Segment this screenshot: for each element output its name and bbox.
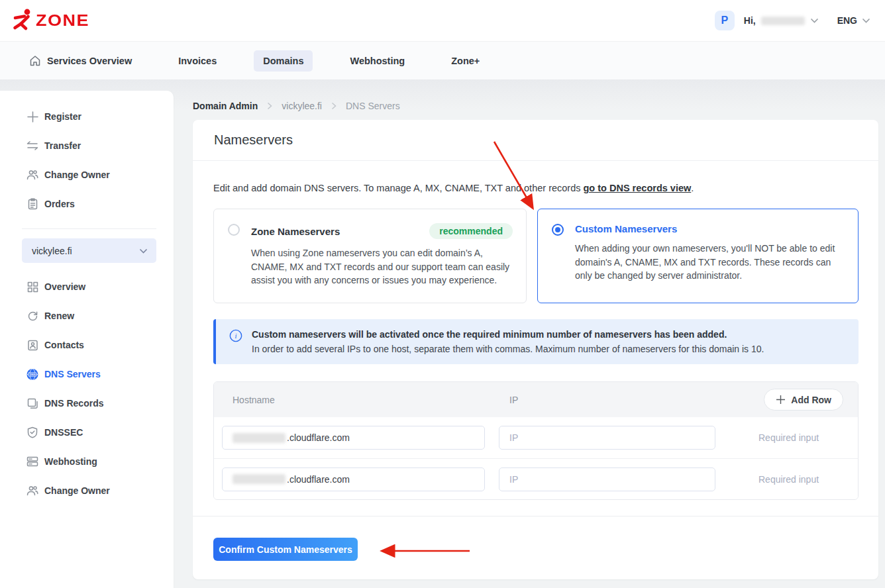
logo-wordmark: zone <box>36 13 89 29</box>
nav-services-overview[interactable]: Services Overview <box>20 50 141 72</box>
copy-icon <box>26 397 38 409</box>
chevron-down-icon <box>139 248 148 254</box>
server-icon <box>26 456 38 467</box>
option-description: When using Zone nameservers you can edit… <box>251 246 513 287</box>
dns-globe-icon: DNS <box>26 368 38 380</box>
sidebar-item-dnssec[interactable]: DNSSEC <box>0 418 174 447</box>
refresh-icon <box>26 310 38 322</box>
running-man-icon <box>12 7 32 34</box>
ip-input[interactable] <box>499 467 715 491</box>
option-custom-nameservers[interactable]: Custom Nameservers When adding your own … <box>537 209 859 303</box>
info-banner: i Custom nameservers will be activated o… <box>213 319 859 364</box>
sidebar-item-register[interactable]: Register <box>0 102 174 131</box>
breadcrumb: Domain Admin vickylee.fi DNS Servers <box>193 101 878 111</box>
breadcrumb-domain-admin[interactable]: Domain Admin <box>193 101 258 111</box>
recommended-badge: recommended <box>429 223 513 239</box>
page-body: Register Transfer Change Owner Orders vi… <box>0 79 885 588</box>
domain-select[interactable]: vickylee.fi <box>22 238 156 263</box>
sidebar-item-contacts[interactable]: Contacts <box>0 330 174 360</box>
sidebar-item-webhosting[interactable]: Webhosting <box>0 447 174 476</box>
breadcrumb-domain[interactable]: vickylee.fi <box>282 101 322 111</box>
hostname-input[interactable]: .cloudflare.com <box>222 426 485 450</box>
chevron-right-icon <box>331 102 337 110</box>
breadcrumb-current: DNS Servers <box>346 101 400 111</box>
sidebar: Register Transfer Change Owner Orders vi… <box>0 91 174 588</box>
language-selector[interactable]: ENG <box>837 15 870 26</box>
ip-input[interactable] <box>499 426 715 450</box>
transfer-arrows-icon <box>26 140 38 152</box>
sidebar-divider <box>22 228 156 229</box>
option-title: Zone Nameservers <box>251 226 340 237</box>
sidebar-item-dns-records[interactable]: DNS Records <box>0 389 174 418</box>
required-input-label: Required input <box>758 432 819 443</box>
top-header: zone P Hi, ENG <box>0 0 885 41</box>
hostname-prefix-redacted <box>233 433 286 443</box>
shield-check-icon <box>26 426 38 438</box>
users-icon <box>26 169 38 181</box>
nameservers-card: Nameservers Edit and add domain DNS serv… <box>193 120 878 579</box>
required-input-label: Required input <box>758 474 819 485</box>
nameservers-table: Hostname IP Add Row .cloudflare.com <box>213 381 859 500</box>
language-label: ENG <box>837 15 857 26</box>
option-description: When adding your own nameservers, you'll… <box>575 242 845 283</box>
radio-custom-nameservers[interactable] <box>552 224 564 236</box>
intro-text: Edit and add domain DNS servers. To mana… <box>213 183 859 193</box>
table-row: .cloudflare.com Required input <box>214 458 858 499</box>
confirm-custom-nameservers-button[interactable]: Confirm Custom Nameservers <box>213 538 358 561</box>
sidebar-item-change-owner[interactable]: Change Owner <box>0 160 174 189</box>
plus-icon <box>776 395 786 405</box>
banner-line2: In order to add several IPs to one host,… <box>252 342 764 356</box>
sidebar-item-orders[interactable]: Orders <box>0 189 174 219</box>
sidebar-item-dns-servers[interactable]: DNS DNS Servers <box>0 360 174 389</box>
option-zone-nameservers[interactable]: Zone Nameservers recommended When using … <box>213 209 527 303</box>
nav-zone-plus[interactable]: Zone+ <box>442 50 489 72</box>
nav-invoices[interactable]: Invoices <box>169 50 226 72</box>
table-row: .cloudflare.com Required input <box>214 417 858 458</box>
user-menu[interactable]: Hi, <box>744 15 819 26</box>
home-icon <box>29 55 41 67</box>
sidebar-item-overview[interactable]: Overview <box>0 272 174 301</box>
chevron-right-icon <box>267 102 272 110</box>
nav-domains[interactable]: Domains <box>254 50 313 72</box>
hostname-prefix-redacted <box>233 474 286 484</box>
table-header: Hostname IP Add Row <box>214 382 858 417</box>
nav-webhosting[interactable]: Webhosting <box>340 50 414 72</box>
grid-icon <box>26 281 38 293</box>
sidebar-item-transfer[interactable]: Transfer <box>0 131 174 160</box>
dns-records-link[interactable]: go to DNS records view <box>584 183 692 193</box>
add-row-button[interactable]: Add Row <box>764 389 843 411</box>
radio-zone-nameservers[interactable] <box>228 224 240 236</box>
info-icon: i <box>229 329 242 345</box>
main-nav: Services Overview Invoices Domains Webho… <box>0 41 885 79</box>
svg-text:DNS: DNS <box>29 373 35 376</box>
avatar[interactable]: P <box>715 11 735 30</box>
greeting-label: Hi, <box>744 15 756 26</box>
svg-text:i: i <box>234 332 236 340</box>
chevron-down-icon <box>810 18 819 23</box>
plus-icon <box>26 111 38 122</box>
column-header-hostname: Hostname <box>233 395 509 405</box>
page-title: Nameservers <box>193 120 878 161</box>
option-title: Custom Nameservers <box>575 223 677 234</box>
zone-logo[interactable]: zone <box>12 7 89 34</box>
column-header-ip: IP <box>509 395 764 405</box>
main-content: Domain Admin vickylee.fi DNS Servers Nam… <box>193 79 878 579</box>
banner-line1: Custom nameservers will be activated onc… <box>252 327 764 342</box>
sidebar-item-change-owner-domain[interactable]: Change Owner <box>0 476 174 505</box>
contact-card-icon <box>26 339 38 351</box>
chevron-down-icon <box>862 18 870 23</box>
clipboard-icon <box>26 198 38 210</box>
users-icon <box>26 485 38 497</box>
hostname-input[interactable]: .cloudflare.com <box>222 467 485 491</box>
user-name-redacted <box>761 17 805 25</box>
sidebar-item-renew[interactable]: Renew <box>0 301 174 330</box>
